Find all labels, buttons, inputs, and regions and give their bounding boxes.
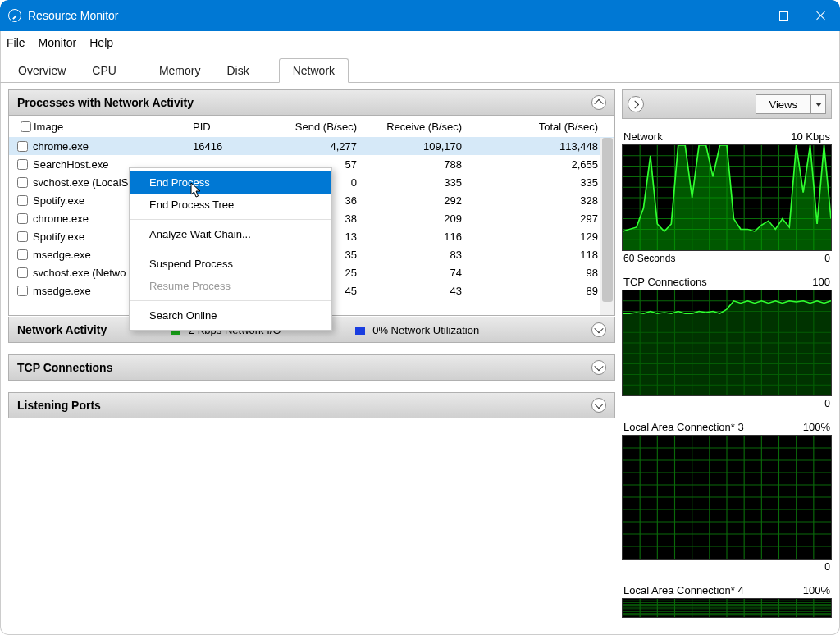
cell-image: msedge.exe [33,285,91,297]
cell-recv: 788 [363,158,468,171]
expand-icon[interactable] [591,398,606,413]
close-button[interactable] [802,0,840,31]
tcp-title: TCP Connections [17,361,112,374]
col-total[interactable]: Total (B/sec) [468,121,614,133]
cell-send: 4,277 [242,140,363,153]
cell-total: 98 [468,267,614,279]
context-item[interactable]: Analyze Wait Chain... [130,223,331,245]
expand-icon[interactable] [591,322,606,337]
cell-recv: 335 [363,176,468,189]
chart-title: Local Area Connection* 4 [623,584,744,596]
menu-help[interactable]: Help [89,36,113,49]
window-title: Resource Monitor [28,9,119,22]
collapse-icon[interactable] [591,95,606,110]
table-row[interactable]: chrome.exe164164,277109,170113,448 [9,137,614,155]
maximize-button[interactable] [765,0,802,31]
chart-canvas [622,144,832,251]
chart-footer-left: 60 Seconds [623,253,675,264]
chart-block: Local Area Connection* 3100%0 [622,421,832,573]
header-checkbox[interactable] [21,121,31,132]
chart-title: Network [623,130,663,143]
cell-total: 2,655 [468,158,614,171]
menu-monitor[interactable]: Monitor [39,36,77,49]
row-checkbox[interactable] [17,213,28,224]
column-headers: Image PID Send (B/sec) Receive (B/sec) T… [9,116,614,137]
chart-title: TCP Connections [623,276,707,288]
chart-footer-right: 0 [824,561,830,573]
context-item[interactable]: Search Online [130,304,331,327]
chart-canvas [622,435,832,560]
row-checkbox[interactable] [17,231,28,242]
chart-footer-right: 0 [824,253,830,264]
chevron-down-icon[interactable] [810,95,825,113]
col-pid[interactable]: PID [193,121,242,133]
scrollbar-thumb[interactable] [602,138,613,302]
context-item[interactable]: End Process [130,171,331,194]
chart-max: 100% [803,584,830,596]
scrollbar[interactable] [600,138,614,315]
cell-recv: 116 [363,231,468,243]
cell-image: svchost.exe (LocalS [33,176,128,189]
tab-disk[interactable]: Disk [213,59,262,82]
chart-max: 10 Kbps [791,130,830,143]
row-checkbox[interactable] [17,159,28,170]
context-separator [130,300,331,301]
cell-image: chrome.exe [33,140,89,153]
context-separator [130,249,331,249]
listening-ports-header[interactable]: Listening Ports [8,392,615,418]
cell-total: 335 [468,176,614,189]
cell-recv: 83 [363,249,468,261]
row-checkbox[interactable] [17,141,28,152]
chart-max: 100% [803,421,830,433]
tab-memory[interactable]: Memory [146,59,214,82]
processes-accordion-header[interactable]: Processes with Network Activity [8,89,615,116]
context-menu: End ProcessEnd Process TreeAnalyze Wait … [129,167,332,331]
row-checkbox[interactable] [17,286,28,296]
chart-max: 100 [812,276,830,288]
chart-block: TCP Connections1000 [622,276,832,409]
cell-image: SearchHost.exe [33,158,109,171]
charts-toolbar: Views [622,89,832,119]
ports-title: Listening Ports [17,399,101,412]
views-button[interactable]: Views [756,94,826,114]
cell-recv: 109,170 [363,140,468,153]
cell-total: 113,448 [468,140,614,153]
chart-title: Local Area Connection* 3 [623,421,744,433]
context-item: Resume Process [130,275,331,297]
tab-cpu[interactable]: CPU [79,59,130,82]
row-checkbox[interactable] [17,249,28,260]
cell-recv: 43 [363,285,468,297]
chart-block: Network10 Kbps60 Seconds0 [622,130,832,264]
minimize-button[interactable] [727,0,765,31]
tabstrip: Overview CPU Memory Disk Network [0,56,840,82]
context-separator [130,219,331,220]
cell-image: svchost.exe (Netwo [33,267,126,279]
cell-recv: 209 [363,212,468,225]
tab-network[interactable]: Network [279,58,349,83]
col-recv[interactable]: Receive (B/sec) [363,121,468,133]
cell-total: 89 [468,285,614,297]
expand-icon[interactable] [591,360,606,375]
cell-recv: 292 [363,194,468,207]
legend-blue-swatch [355,327,365,335]
app-icon [8,9,21,22]
row-checkbox[interactable] [17,195,28,206]
row-checkbox[interactable] [17,177,28,188]
tab-overview[interactable]: Overview [5,59,79,82]
menu-file[interactable]: File [7,36,25,49]
cell-total: 328 [468,194,614,207]
col-send[interactable]: Send (B/sec) [242,121,363,133]
context-item[interactable]: Suspend Process [130,253,331,275]
cell-total: 118 [468,249,614,261]
cell-image: chrome.exe [33,212,89,225]
col-image[interactable]: Image [34,121,63,133]
row-checkbox[interactable] [17,267,28,278]
context-item[interactable]: End Process Tree [130,194,331,216]
legend-util: 0% Network Utilization [372,324,479,336]
cell-total: 129 [468,231,614,243]
titlebar[interactable]: Resource Monitor [0,0,840,31]
chart-canvas [622,290,832,396]
tcp-connections-header[interactable]: TCP Connections [8,354,615,381]
chart-footer-right: 0 [824,398,830,409]
charts-collapse-button[interactable] [628,96,644,112]
